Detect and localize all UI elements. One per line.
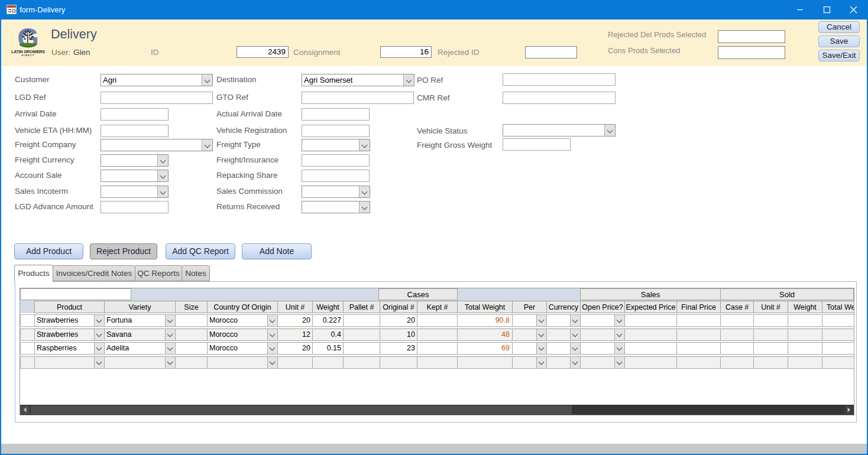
svg-text:LATIN GROWERS: LATIN GROWERS [11, 50, 45, 54]
svg-text:DIRECT: DIRECT [22, 54, 35, 57]
